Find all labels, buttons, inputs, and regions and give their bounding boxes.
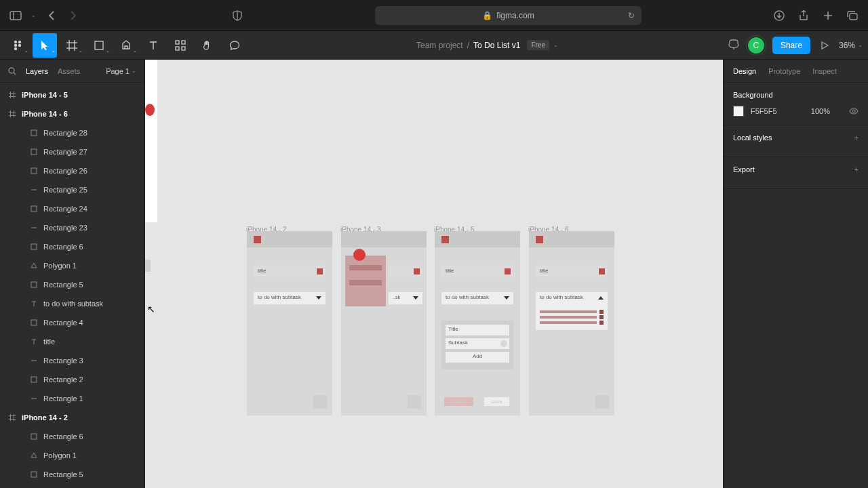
present-icon[interactable]	[818, 39, 831, 52]
layer-item[interactable]: Rectangle 26	[0, 161, 144, 180]
rect-icon	[30, 148, 38, 156]
artboard-iphone14-6[interactable]: title to do with subtask	[529, 231, 614, 415]
layer-item[interactable]: Rectangle 28	[0, 123, 144, 142]
layer-item[interactable]: Rectangle 2	[0, 370, 144, 389]
layer-item[interactable]: Polygon 1	[0, 256, 144, 275]
search-icon[interactable]	[8, 67, 16, 75]
shape	[145, 260, 151, 272]
line-icon	[30, 186, 38, 194]
frame-icon	[8, 91, 16, 99]
layer-item[interactable]: iPhone 14 - 5	[0, 85, 144, 104]
design-panel: Design Prototype Inspect Background F5F5…	[723, 60, 868, 488]
add-form[interactable]: Title Subtask Add	[441, 321, 513, 369]
layer-item[interactable]: Rectangle 1	[0, 389, 144, 408]
main-menu-button[interactable]: ⌄	[5, 33, 30, 58]
comment-tool[interactable]	[222, 33, 247, 58]
poly-icon	[30, 262, 38, 270]
chevron-down-icon[interactable]: ⌄	[31, 12, 36, 18]
url-host: figma.com	[496, 11, 534, 20]
modal-menu[interactable]	[345, 256, 386, 306]
layer-item[interactable]: Rectangle 25	[0, 180, 144, 199]
sidebar-toggle-icon[interactable]	[9, 9, 22, 22]
layer-item[interactable]: Rectangle 6	[0, 427, 144, 446]
svg-point-5	[14, 40, 17, 43]
artboard-iphone14-2[interactable]: title to do with subtask	[247, 231, 332, 415]
layer-item[interactable]: iPhone 14 - 2	[0, 408, 144, 427]
line-icon	[30, 357, 38, 365]
back-icon[interactable]	[45, 9, 58, 22]
forward-icon	[67, 9, 79, 22]
url-bar[interactable]: 🔒 figma.com ↻	[375, 6, 642, 25]
layer-item[interactable]: Rectangle 27	[0, 142, 144, 161]
tab-layers[interactable]: Layers	[26, 67, 48, 75]
svg-rect-14	[95, 41, 103, 49]
layer-item[interactable]: Polygon 1	[0, 446, 144, 465]
shape-tool[interactable]: ⌄	[87, 33, 111, 58]
subtask-list[interactable]	[536, 304, 608, 330]
move-tool[interactable]: ⌄	[33, 33, 57, 58]
share-icon[interactable]	[797, 9, 810, 22]
layer-item[interactable]: Rectangle 5	[0, 465, 144, 484]
tab-assets[interactable]: Assets	[58, 67, 80, 75]
rect-icon	[30, 470, 38, 479]
color-swatch[interactable]	[733, 106, 744, 117]
bg-opacity[interactable]: 100%	[811, 107, 830, 115]
layer-item[interactable]: to do with subtask	[0, 294, 144, 313]
save-button[interactable]: save	[484, 397, 509, 406]
svg-rect-33	[31, 206, 37, 211]
audio-icon[interactable]	[728, 39, 740, 52]
layer-item[interactable]: Rectangle 6	[0, 237, 144, 256]
chevron-down-icon[interactable]: ⌄	[553, 42, 558, 48]
zoom-control[interactable]: 36%⌄	[839, 41, 863, 50]
svg-line-20	[14, 73, 16, 75]
file-crumb[interactable]: To Do List v1	[473, 41, 520, 50]
tab-inspect[interactable]: Inspect	[812, 67, 836, 75]
plus-icon[interactable]: +	[854, 134, 859, 142]
cancel-button[interactable]: cancel	[444, 397, 473, 406]
tab-prototype[interactable]: Prototype	[768, 67, 800, 75]
layer-item[interactable]: Rectangle 23	[0, 218, 144, 237]
canvas[interactable]: iPhone 14 - 2iPhone 14 - 3iPhone 14 - 5i…	[145, 60, 723, 488]
layer-item[interactable]: Rectangle 5	[0, 275, 144, 294]
visibility-icon[interactable]	[849, 108, 859, 115]
avatar[interactable]: C	[748, 37, 764, 54]
layer-item[interactable]: Rectangle 4	[0, 313, 144, 332]
rect-icon	[30, 375, 38, 384]
artboard-iphone14-5[interactable]: title to do with subtask Title Subtask A…	[435, 231, 520, 415]
layer-item[interactable]: iPhone 14 - 6	[0, 104, 144, 123]
svg-rect-35	[31, 244, 37, 249]
pen-tool[interactable]: ⌄	[114, 33, 138, 58]
plus-icon[interactable]: +	[854, 165, 859, 174]
layer-item[interactable]: Rectangle 3	[0, 351, 144, 370]
artboard-iphone14-3[interactable]: ..sk	[341, 231, 427, 415]
svg-point-47	[852, 110, 855, 113]
layer-list: iPhone 14 - 5iPhone 14 - 6Rectangle 28Re…	[0, 83, 144, 487]
hand-tool[interactable]	[195, 33, 220, 58]
project-crumb[interactable]: Team project	[416, 41, 463, 50]
svg-rect-37	[31, 320, 37, 325]
page-selector[interactable]: Page 1⌄	[106, 67, 136, 75]
plan-badge: Free	[527, 40, 549, 50]
downloads-icon[interactable]	[773, 9, 785, 22]
svg-rect-36	[31, 282, 37, 287]
svg-rect-29	[31, 130, 37, 136]
share-button[interactable]: Share	[772, 37, 810, 54]
shield-icon[interactable]	[231, 9, 243, 22]
frame-tool[interactable]: ⌄	[60, 33, 84, 58]
layer-item[interactable]: Rectangle 24	[0, 199, 144, 218]
red-circle	[145, 104, 155, 116]
bg-hex[interactable]: F5F5F5	[751, 107, 777, 115]
rect-icon	[30, 319, 38, 327]
text-tool[interactable]	[141, 33, 165, 58]
tab-design[interactable]: Design	[733, 67, 756, 75]
tabs-icon[interactable]	[846, 9, 859, 22]
reload-icon[interactable]: ↻	[628, 11, 635, 20]
new-tab-icon[interactable]	[822, 9, 834, 22]
background-row[interactable]: F5F5F5 100%	[733, 106, 859, 117]
svg-point-9	[14, 47, 17, 49]
layers-panel: Layers Assets Page 1⌄ iPhone 14 - 5iPhon…	[0, 60, 145, 488]
artboard-partial[interactable]	[145, 60, 157, 222]
resources-tool[interactable]	[168, 33, 193, 58]
breadcrumb[interactable]: Team project / To Do List v1 Free ⌄	[247, 40, 728, 50]
layer-item[interactable]: title	[0, 332, 144, 351]
